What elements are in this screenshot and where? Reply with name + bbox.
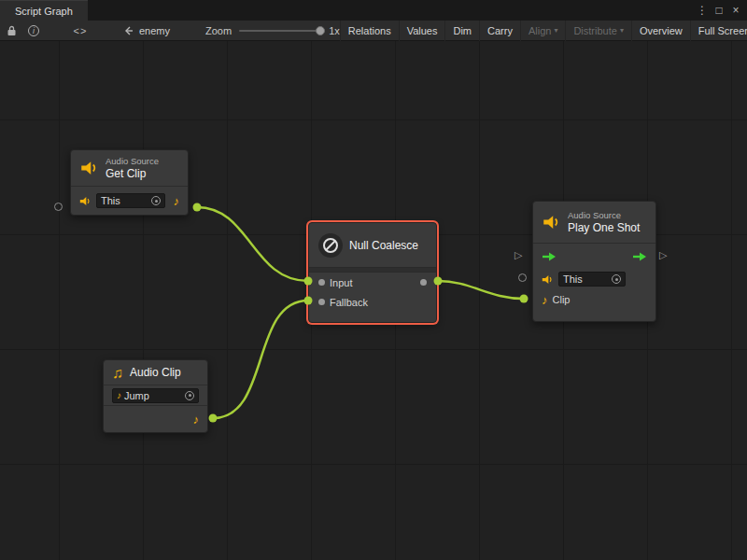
dim-button[interactable]: Dim (444, 21, 479, 41)
info-button[interactable]: i (22, 21, 45, 41)
flow-out-arrow-icon[interactable] (632, 252, 647, 261)
node-get-clip-ports: This ♪ (71, 186, 188, 215)
breadcrumb[interactable]: enemy (123, 25, 170, 36)
node-category: Audio Source (106, 156, 159, 167)
chevron-down-icon: ▾ (620, 26, 624, 35)
flow-in-arrow-icon[interactable] (542, 252, 557, 261)
node-play-one-shot[interactable]: Audio Source Play One Shot (532, 201, 656, 322)
audio-clip-output-icon[interactable]: ♪ (193, 413, 200, 426)
fallback-port-dot[interactable] (318, 299, 325, 305)
zoom-label: Zoom (205, 25, 232, 36)
wire-getclip-to-input (197, 207, 308, 281)
graph-canvas[interactable]: Audio Source Get Clip This ♪ (0, 41, 747, 560)
object-picker-icon[interactable] (612, 274, 621, 284)
node-category: Audio Source (568, 210, 640, 221)
node-audio-clip[interactable]: ♫ Audio Clip ♪ Jump ♪ (103, 359, 208, 433)
align-button[interactable]: Align ▾ (520, 21, 565, 41)
values-button[interactable]: Values (399, 21, 445, 41)
audio-clip-output-icon[interactable]: ♪ (174, 195, 180, 207)
close-icon[interactable]: × (728, 4, 743, 17)
wire-endpoint[interactable] (193, 203, 202, 212)
node-title: Null Coalesce (349, 239, 418, 252)
flow-out-port-triangle[interactable]: ▷ (659, 249, 667, 260)
input-port-dot[interactable] (318, 279, 325, 286)
node-null-coalesce-header: Null Coalesce (309, 223, 436, 267)
fullscreen-button[interactable]: Full Screen (690, 21, 747, 41)
node-audio-clip-header: ♫ Audio Clip (104, 360, 207, 385)
relations-button[interactable]: Relations (340, 21, 399, 41)
note-icon: ♪ (117, 389, 121, 401)
code-icon: <> (74, 25, 88, 36)
audio-clip-object-field[interactable]: ♪ Jump (112, 388, 199, 403)
object-picker-icon[interactable] (185, 391, 194, 400)
toolbar-buttons: Relations Values Dim Carry Align ▾ Distr… (340, 21, 747, 41)
audio-source-icon (542, 273, 554, 286)
wire-endpoint[interactable] (209, 414, 218, 423)
this-object-field[interactable]: This (558, 272, 626, 287)
audio-clip-output-row: ♪ (104, 405, 207, 432)
audio-clip-value-row: ♪ Jump (104, 385, 207, 405)
node-title: Get Clip (106, 167, 159, 180)
audio-source-icon (79, 195, 92, 207)
graph-breadcrumb-icon (123, 26, 134, 35)
port-this-input-ring[interactable] (54, 203, 63, 211)
audio-source-icon (543, 213, 561, 231)
node-get-clip-header: Audio Source Get Clip (71, 150, 188, 186)
overview-button[interactable]: Overview (631, 21, 690, 41)
wire-endpoint[interactable] (520, 295, 529, 303)
object-picker-icon[interactable] (151, 196, 161, 205)
audio-clip-input-icon: ♪ (542, 294, 548, 306)
edit-script-button[interactable]: <> (69, 21, 92, 41)
this-object-field[interactable]: This (96, 193, 165, 208)
lock-icon (7, 25, 17, 36)
carry-button[interactable]: Carry (479, 21, 520, 41)
node-play-one-shot-header: Audio Source Play One Shot (533, 202, 655, 243)
info-icon: i (28, 25, 39, 36)
wire-audioclip-to-fallback (213, 301, 308, 418)
maximize-icon[interactable]: □ (712, 4, 726, 17)
result-port-dot[interactable] (420, 279, 427, 286)
zoom-control: Zoom 1x (205, 25, 340, 36)
flow-in-port-triangle[interactable]: ▷ (514, 249, 522, 260)
zoom-slider[interactable] (239, 30, 321, 32)
kebab-menu-icon[interactable]: ⋮ (695, 4, 710, 17)
port-this-input-ring[interactable] (518, 273, 527, 282)
audio-source-icon (80, 159, 99, 177)
zoom-value: 1x (329, 25, 340, 36)
distribute-button[interactable]: Distribute ▾ (565, 21, 630, 41)
node-null-coalesce[interactable]: Null Coalesce Input Fallback (308, 222, 437, 323)
zoom-slider-knob[interactable] (316, 26, 325, 35)
chevron-down-icon: ▾ (554, 26, 557, 35)
lock-button[interactable] (0, 21, 22, 41)
node-title: Audio Clip (130, 366, 181, 379)
clip-port-row[interactable]: ♪ Clip (533, 289, 655, 310)
tab-script-graph[interactable]: Script Graph (0, 0, 88, 21)
audio-clip-icon: ♫ (112, 367, 123, 379)
unity-script-graph-window: Script Graph ⋮ □ × i <> enemy (0, 0, 747, 560)
breadcrumb-label: enemy (139, 25, 170, 36)
node-title: Play One Shot (568, 221, 640, 234)
window-titlebar: Script Graph ⋮ □ × (0, 0, 747, 21)
wire-result-to-clip (438, 281, 524, 299)
titlebar-controls: ⋮ □ × (695, 0, 747, 21)
null-coalesce-icon (318, 233, 343, 258)
fallback-port-row[interactable]: Fallback (309, 292, 436, 312)
input-port-row[interactable]: Input (309, 273, 436, 292)
this-port-row[interactable]: This (533, 269, 655, 289)
graph-toolbar: i <> enemy Zoom 1x Relations Values Dim … (0, 21, 747, 41)
node-get-clip[interactable]: Audio Source Get Clip This ♪ (70, 149, 189, 216)
control-flow-row[interactable] (533, 243, 655, 269)
tab-label: Script Graph (15, 6, 73, 17)
